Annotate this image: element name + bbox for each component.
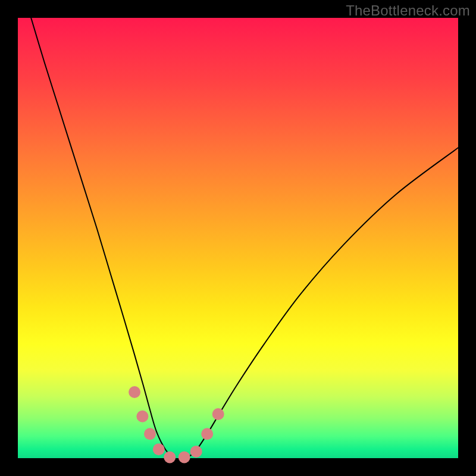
watermark-text: TheBottleneck.com	[346, 2, 470, 19]
curve-marker	[153, 443, 165, 455]
curve-marker	[144, 428, 156, 440]
curve-marker	[190, 446, 202, 458]
curve-marker	[201, 428, 213, 440]
curve-marker	[164, 452, 176, 464]
curve-marker	[129, 386, 140, 398]
curve-marker	[212, 408, 224, 420]
bottleneck-curve	[31, 18, 458, 459]
curve-marker	[178, 452, 190, 464]
curve-layer	[18, 18, 458, 458]
curve-marker	[136, 411, 148, 422]
chart-frame: TheBottleneck.com	[0, 0, 476, 476]
plot-area	[18, 18, 458, 458]
marker-group	[129, 386, 224, 464]
